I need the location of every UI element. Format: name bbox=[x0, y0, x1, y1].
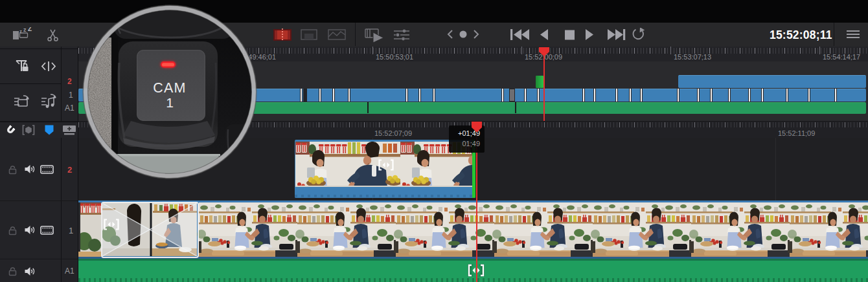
svg-text:CAM: CAM bbox=[153, 80, 186, 96]
svg-text:z: z bbox=[19, 28, 22, 34]
svg-text:1: 1 bbox=[166, 95, 174, 110]
svg-text:z: z bbox=[23, 27, 27, 33]
svg-text:Z: Z bbox=[28, 27, 32, 32]
